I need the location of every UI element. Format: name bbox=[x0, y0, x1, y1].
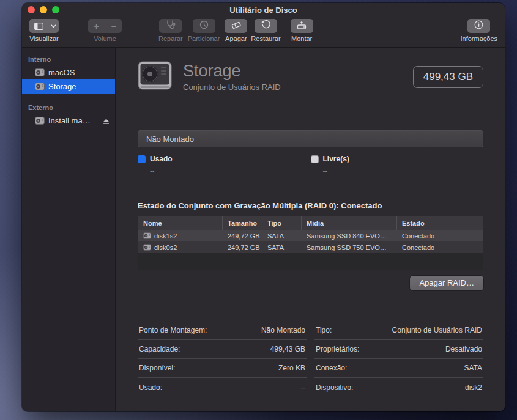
toolbar-group-particionar: Particionar bbox=[188, 19, 220, 42]
window-controls bbox=[28, 6, 59, 13]
info-label: Capacidade: bbox=[139, 345, 180, 353]
toolbar-label-apagar: Apagar bbox=[225, 35, 247, 42]
info-label: Ponto de Montagem: bbox=[139, 326, 207, 334]
toolbar-label-particionar: Particionar bbox=[188, 35, 220, 42]
info-value: Desativado bbox=[445, 345, 482, 353]
raid-members-table: Nome Tamanho Tipo Mídia Estado disk1s2 2… bbox=[138, 216, 483, 270]
chevron-down-icon bbox=[48, 24, 59, 28]
info-row: Capacidade: 499,43 GB bbox=[138, 340, 307, 359]
column-header-tamanho: Tamanho bbox=[223, 216, 262, 230]
cell-nome: disk1s2 bbox=[154, 232, 177, 240]
info-icon bbox=[474, 20, 483, 32]
legend-value: -- bbox=[150, 167, 311, 174]
info-label: Conexão: bbox=[316, 364, 347, 372]
toolbar-group-visualizar: Visualizar bbox=[29, 19, 59, 42]
sidebar-section-interno: Interno macOS Storage bbox=[22, 56, 115, 94]
sidebar-item-label: macOS bbox=[48, 68, 75, 77]
sidebar-item-label: Install ma… bbox=[48, 116, 91, 125]
usage-bar: Não Montado bbox=[138, 130, 483, 147]
eject-icon[interactable] bbox=[103, 117, 110, 127]
livres-checkbox[interactable] bbox=[311, 155, 319, 163]
cell-estado: Conectado bbox=[397, 232, 483, 240]
toolbar-group-volume: + − Volume bbox=[88, 19, 122, 42]
toolbar-label-reparar: Reparar bbox=[158, 35, 183, 42]
info-row: Proprietários: Desativado bbox=[314, 340, 483, 359]
minimize-button[interactable] bbox=[40, 6, 47, 13]
delete-raid-button[interactable]: Apagar RAID… bbox=[410, 276, 483, 290]
cell-tipo: SATA bbox=[262, 244, 302, 251]
table-row[interactable]: disk0s2 249,72 GB SATA Samsung SSD 750 E… bbox=[138, 241, 483, 253]
external-drive-icon bbox=[35, 117, 45, 125]
cell-midia: Samsung SSD 840 EVO… bbox=[302, 232, 397, 240]
restore-clock-icon bbox=[261, 20, 270, 32]
column-header-tipo: Tipo bbox=[262, 216, 302, 230]
info-value: Zero KB bbox=[278, 364, 305, 372]
fullscreen-button[interactable] bbox=[52, 6, 59, 13]
sidebar-item-macos[interactable]: macOS bbox=[22, 65, 115, 79]
stethoscope-icon bbox=[166, 20, 176, 32]
close-button[interactable] bbox=[28, 6, 35, 13]
plus-icon: + bbox=[94, 21, 99, 31]
table-row[interactable]: disk1s2 249,72 GB SATA Samsung SSD 840 E… bbox=[138, 230, 483, 241]
toolbar-group-reparar: Reparar bbox=[158, 19, 183, 42]
info-label: Dispositivo: bbox=[316, 383, 353, 392]
main-content: Storage Conjunto de Usuários RAID 499,43… bbox=[116, 48, 505, 411]
erase-button[interactable] bbox=[225, 19, 247, 33]
sidebar-view-icon bbox=[30, 23, 48, 30]
sidebar: Interno macOS Storage Externo Install ma… bbox=[22, 48, 116, 411]
usage-legend: Usado -- Livre(s) -- bbox=[138, 155, 483, 174]
toolbar-label-volume: Volume bbox=[94, 35, 116, 42]
info-label: Usado: bbox=[139, 383, 162, 392]
toolbar-group-apagar: Apagar bbox=[225, 19, 247, 42]
volume-title: Storage bbox=[183, 62, 281, 81]
info-section: Ponto de Montagem: Não Montado Capacidad… bbox=[138, 321, 483, 397]
sidebar-item-storage[interactable]: Storage bbox=[22, 79, 115, 94]
sidebar-section-header: Externo bbox=[22, 104, 115, 114]
raid-status-heading: Estado do Conjunto com Gravação Múltipla… bbox=[138, 201, 483, 210]
remove-volume-button: − bbox=[105, 19, 122, 33]
info-row: Dispositivo: disk2 bbox=[314, 378, 483, 397]
table-header-row: Nome Tamanho Tipo Mídia Estado bbox=[138, 216, 483, 230]
info-row: Ponto de Montagem: Não Montado bbox=[138, 321, 307, 340]
disk-icon bbox=[143, 232, 151, 239]
toolbar-group-informacoes: Informações bbox=[460, 19, 497, 42]
info-value: Não Montado bbox=[261, 326, 305, 334]
cell-tipo: SATA bbox=[262, 232, 302, 240]
volume-header: Storage Conjunto de Usuários RAID 499,43… bbox=[138, 61, 483, 92]
toolbar-group-restaurar: Restaurar bbox=[251, 19, 280, 42]
legend-value: -- bbox=[323, 167, 484, 174]
sidebar-item-label: Storage bbox=[48, 82, 76, 91]
info-label: Proprietários: bbox=[316, 345, 359, 353]
cell-nome: disk0s2 bbox=[154, 244, 177, 251]
info-column-left: Ponto de Montagem: Não Montado Capacidad… bbox=[138, 321, 307, 397]
cell-midia: Samsung SSD 750 EVO… bbox=[302, 244, 397, 251]
info-label: Tipo: bbox=[316, 326, 332, 334]
info-value: disk2 bbox=[465, 383, 482, 392]
legend-item-usado: Usado -- bbox=[138, 155, 311, 174]
toolbar-label-montar: Montar bbox=[291, 35, 312, 42]
minus-icon: − bbox=[111, 21, 116, 31]
view-toggle-button[interactable] bbox=[29, 19, 59, 33]
add-volume-button: + bbox=[88, 19, 105, 33]
usado-checkbox[interactable] bbox=[138, 155, 146, 163]
toolbar: Visualizar + − Volume Reparar bbox=[22, 17, 505, 48]
toolbar-label-restaurar: Restaurar bbox=[251, 35, 280, 42]
sidebar-section-header: Interno bbox=[22, 56, 115, 65]
restore-button[interactable] bbox=[255, 19, 277, 33]
sidebar-section-externo: Externo Install ma… bbox=[22, 104, 115, 128]
mount-button[interactable] bbox=[291, 19, 313, 33]
cell-tamanho: 249,72 GB bbox=[223, 232, 262, 240]
column-header-midia: Mídia bbox=[302, 216, 397, 230]
table-empty-area bbox=[138, 253, 483, 270]
raid-volume-icon bbox=[138, 61, 172, 92]
sidebar-item-install-macos[interactable]: Install ma… bbox=[22, 114, 115, 128]
capacity-badge: 499,43 GB bbox=[413, 66, 483, 88]
info-value: -- bbox=[300, 383, 305, 392]
info-button[interactable] bbox=[467, 19, 490, 33]
disk-icon bbox=[143, 244, 151, 251]
first-aid-button bbox=[159, 19, 182, 33]
column-header-estado: Estado bbox=[397, 216, 483, 230]
toolbar-group-montar: Montar bbox=[291, 19, 313, 42]
usage-bar-label: Não Montado bbox=[146, 134, 194, 144]
info-value: Conjunto de Usuários RAID bbox=[392, 326, 482, 334]
